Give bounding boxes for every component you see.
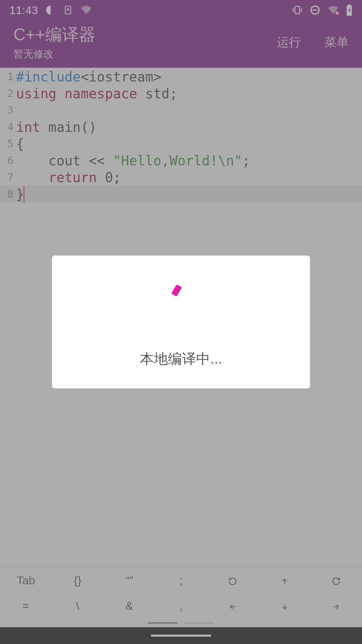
modal-overlay: 本地编译中...: [0, 0, 362, 644]
screen: 11:43 ?: [0, 0, 362, 644]
dialog-message: 本地编译中...: [140, 350, 222, 368]
compile-dialog: 本地编译中...: [52, 256, 310, 388]
spinner-icon: [161, 279, 201, 319]
